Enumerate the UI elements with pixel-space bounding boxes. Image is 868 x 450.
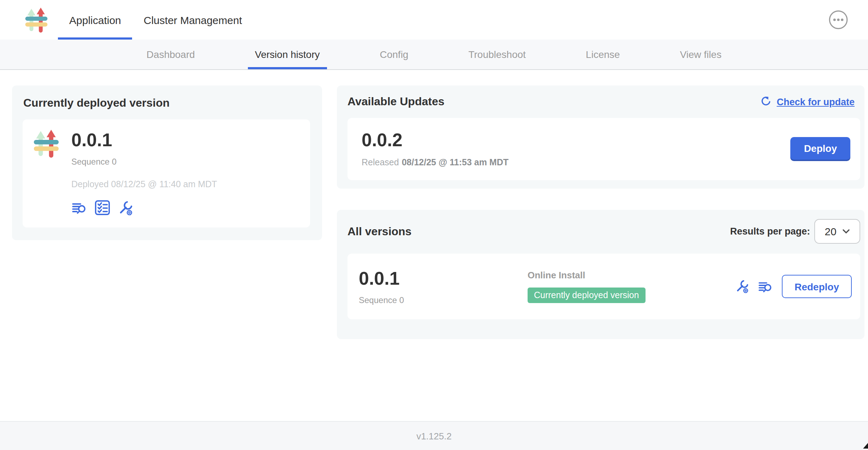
edit-config-icon[interactable] [117,200,133,216]
main-content: Currently deployed version 0.0.1 Sequenc… [0,70,868,421]
view-logs-icon[interactable] [758,279,773,294]
status-badge: Currently deployed version [528,288,645,303]
version-row-version: 0.0.1 Sequence 0 [359,268,528,305]
released-label: Released [362,158,399,167]
tab-cluster-management[interactable]: Cluster Management [132,0,253,40]
deployed-version-number: 0.0.1 [71,129,217,150]
check-for-update-link[interactable]: Check for update [760,96,855,108]
top-nav: Application Cluster Management [0,0,868,40]
preflight-checks-icon[interactable] [94,199,111,216]
released-timestamp: 08/12/25 @ 11:53 am MDT [402,158,509,167]
view-logs-icon[interactable] [71,200,88,216]
results-per-page-select[interactable]: 20 [814,219,860,244]
admin-console: Application Cluster Management Dashboard… [0,0,868,450]
row-sequence: Sequence 0 [359,295,528,305]
app-sub-nav: Dashboard Version history Config Trouble… [0,40,868,70]
deployed-version-details: 0.0.1 Sequence 0 Deployed 08/12/25 @ 11:… [71,129,217,216]
currently-deployed-card: Currently deployed version 0.0.1 Sequenc… [12,85,322,240]
console-footer: v1.125.2 [0,421,868,450]
subtab-license-label: License [586,49,620,60]
all-versions-title: All versions [347,225,411,238]
deployed-version-panel: 0.0.1 Sequence 0 Deployed 08/12/25 @ 11:… [23,119,310,227]
tab-application-label: Application [69,14,121,26]
right-column: Available Updates Check for update 0.0.2… [337,85,864,339]
deploy-button[interactable]: Deploy [791,137,850,160]
check-for-update-label: Check for update [777,96,855,107]
tab-cluster-management-label: Cluster Management [144,14,242,26]
all-versions-card: All versions Results per page: 20 0.0. [337,210,864,339]
row-version-number: 0.0.1 [359,268,528,289]
subtab-troubleshoot-label: Troubleshoot [468,49,525,60]
subtab-config-label: Config [380,49,409,60]
version-row-actions: Redeploy [735,275,852,298]
tab-application[interactable]: Application [58,0,132,40]
version-row: 0.0.1 Sequence 0 Online Install Currentl… [347,254,860,319]
subtab-license[interactable]: License [579,40,627,69]
redeploy-button[interactable]: Redeploy [782,275,852,298]
chevron-down-icon [843,229,850,234]
deployed-actions [71,199,217,216]
results-per-page-label: Results per page: [730,226,810,237]
available-updates-title: Available Updates [347,95,444,108]
update-version-number: 0.0.2 [362,129,509,150]
console-version: v1.125.2 [416,431,452,441]
edit-config-icon[interactable] [735,279,749,294]
results-per-page-value: 20 [825,225,836,237]
refresh-icon [760,96,772,108]
deployed-timestamp: Deployed 08/12/25 @ 11:40 am MDT [71,179,217,189]
subtab-dashboard[interactable]: Dashboard [139,40,202,69]
available-update-row: 0.0.2 Released08/12/25 @ 11:53 am MDT De… [347,118,860,180]
available-updates-header: Available Updates Check for update [347,95,860,108]
top-nav-tabs: Application Cluster Management [58,0,253,40]
update-released-line: Released08/12/25 @ 11:53 am MDT [362,158,509,167]
version-row-status: Online Install Currently deployed versio… [528,270,735,303]
ellipsis-menu-icon[interactable] [828,10,848,30]
subtab-dashboard-label: Dashboard [147,49,195,60]
arrows-logo-icon [25,7,48,33]
subtab-troubleshoot[interactable]: Troubleshoot [461,40,533,69]
deployed-sequence: Sequence 0 [71,157,217,167]
subtab-version-history[interactable]: Version history [248,40,327,69]
deployed-card-title: Currently deployed version [23,97,310,109]
install-type-label: Online Install [528,270,735,280]
app-logo [0,0,48,40]
subtab-view-files-label: View files [680,49,721,60]
available-updates-card: Available Updates Check for update 0.0.2… [337,85,864,189]
subtab-version-history-label: Version history [255,49,320,60]
all-versions-header: All versions Results per page: 20 [347,219,860,244]
results-per-page: Results per page: 20 [730,219,860,244]
top-nav-right [828,0,868,40]
app-logo-icon [33,129,59,161]
update-details: 0.0.2 Released08/12/25 @ 11:53 am MDT [362,129,509,167]
subtab-view-files[interactable]: View files [673,40,729,69]
mouse-cursor [863,443,868,449]
subtab-config[interactable]: Config [373,40,416,69]
